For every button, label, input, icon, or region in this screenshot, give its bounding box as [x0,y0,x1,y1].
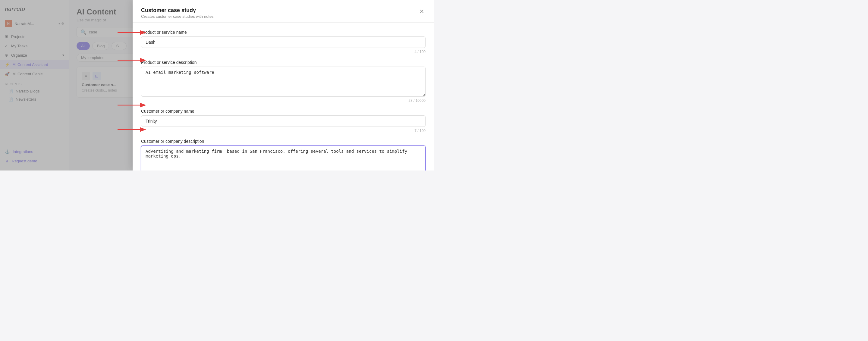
modal-close-button[interactable]: ✕ [418,7,426,16]
field-label-product-name: Product or service name [141,30,426,35]
modal-panel: Customer case study Creates customer cas… [133,0,434,170]
field-counter-product-description: 27 / 10000 [141,99,426,103]
field-counter-product-name: 4 / 100 [141,50,426,54]
arrow-product-name [115,28,151,38]
modal-header-text: Customer case study Creates customer cas… [141,7,214,19]
arrow-customer-name [115,101,151,111]
field-group-customer-description: Customer or company description Advertis… [141,139,426,170]
field-label-customer-description: Customer or company description [141,139,426,144]
field-label-product-description: Product or service description [141,60,426,65]
modal-header: Customer case study Creates customer cas… [133,0,434,23]
modal-title: Customer case study [141,7,214,13]
field-group-product-name: Product or service name 4 / 100 [141,30,426,54]
field-label-customer-name: Customer or company name [141,109,426,113]
field-group-product-description: Product or service description AI email … [141,60,426,103]
field-input-product-name[interactable] [141,36,426,48]
field-counter-customer-name: 7 / 100 [141,129,426,133]
arrow-product-description [115,56,151,66]
field-input-customer-name[interactable] [141,115,426,127]
field-textarea-customer-description[interactable]: Advertising and marketing firm, based in… [141,145,426,170]
field-group-customer-name: Customer or company name 7 / 100 [141,109,426,133]
arrow-customer-description [115,125,151,135]
field-textarea-product-description[interactable]: AI email marketing software [141,67,426,97]
modal-subtitle: Creates customer case studies with notes [141,14,214,19]
modal-body: Product or service name 4 / 100 Product … [133,23,434,170]
